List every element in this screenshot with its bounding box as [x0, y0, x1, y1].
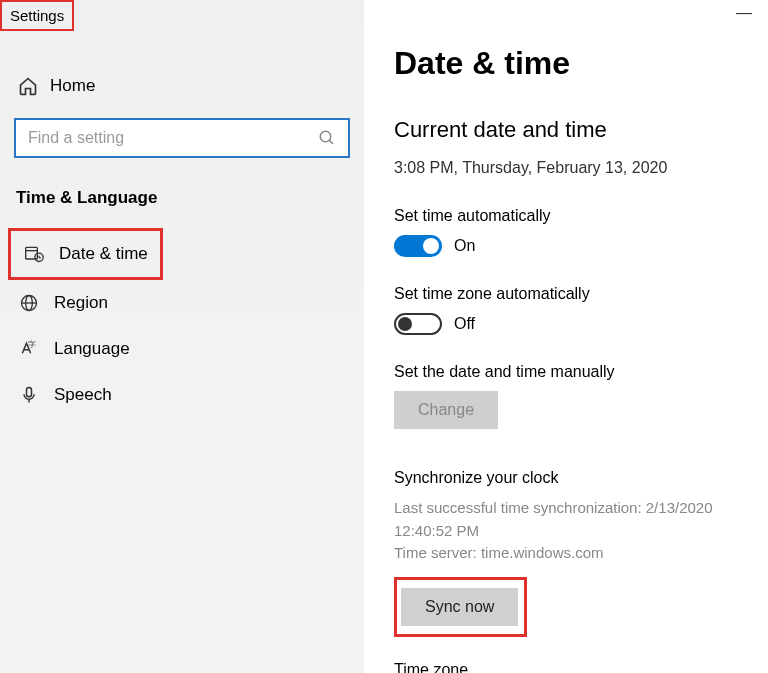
auto-time-state: On	[454, 237, 475, 255]
svg-point-0	[320, 131, 331, 142]
sidebar-item-date-time[interactable]: Date & time	[8, 228, 163, 280]
sidebar-item-language[interactable]: 字 Language	[0, 326, 364, 372]
language-icon: 字	[18, 339, 40, 359]
globe-icon	[18, 293, 40, 313]
section-title: Time & Language	[0, 180, 364, 228]
subheading: Current date and time	[394, 117, 768, 143]
svg-text:字: 字	[28, 340, 36, 349]
search-box[interactable]	[14, 118, 350, 158]
calendar-clock-icon	[23, 244, 45, 264]
sync-heading: Synchronize your clock	[394, 469, 768, 487]
svg-line-1	[329, 140, 333, 144]
sync-server-line: Time server: time.windows.com	[394, 542, 768, 565]
svg-rect-2	[26, 247, 38, 259]
microphone-icon	[18, 385, 40, 405]
minimize-button[interactable]: —	[736, 4, 752, 22]
change-button: Change	[394, 391, 498, 429]
manual-label: Set the date and time manually	[394, 363, 768, 381]
search-input[interactable]	[28, 129, 318, 147]
auto-time-toggle[interactable]	[394, 235, 442, 257]
current-time: 3:08 PM, Thursday, February 13, 2020	[394, 159, 768, 177]
auto-tz-state: Off	[454, 315, 475, 333]
sidebar-item-label: Region	[54, 293, 108, 313]
sidebar-item-label: Language	[54, 339, 130, 359]
search-icon	[318, 129, 336, 147]
home-nav[interactable]: Home	[0, 66, 364, 106]
sidebar-item-region[interactable]: Region	[0, 280, 364, 326]
svg-rect-12	[27, 388, 32, 397]
app-title: Settings	[0, 0, 74, 31]
auto-time-label: Set time automatically	[394, 207, 768, 225]
home-icon	[18, 76, 38, 96]
sidebar-item-label: Speech	[54, 385, 112, 405]
sidebar-item-label: Date & time	[59, 244, 148, 264]
auto-tz-label: Set time zone automatically	[394, 285, 768, 303]
sync-last-line: Last successful time synchronization: 2/…	[394, 497, 768, 542]
sidebar-item-speech[interactable]: Speech	[0, 372, 364, 418]
page-heading: Date & time	[394, 45, 768, 82]
home-label: Home	[50, 76, 95, 96]
timezone-label: Time zone	[394, 661, 768, 674]
svg-line-6	[39, 257, 41, 258]
sync-now-button[interactable]: Sync now	[401, 588, 518, 626]
auto-tz-toggle[interactable]	[394, 313, 442, 335]
